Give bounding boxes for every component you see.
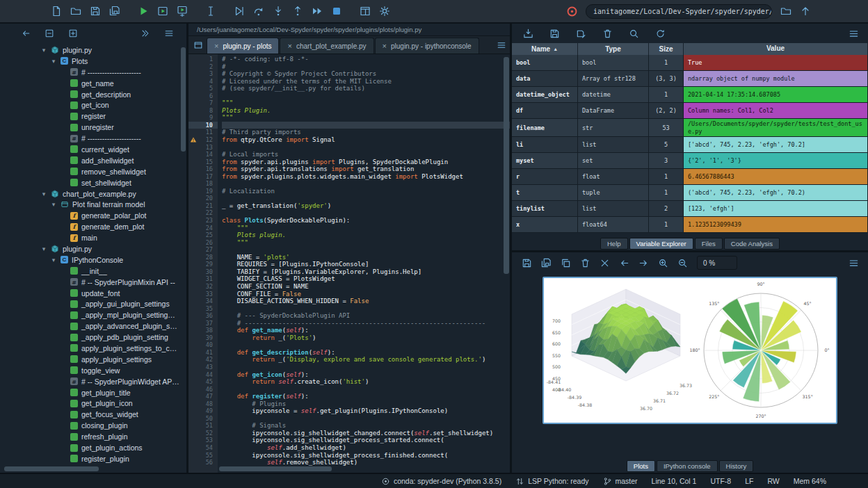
collapse-all-icon[interactable] <box>42 26 57 41</box>
outline-item[interactable]: ▾chart_plot_example.py <box>0 188 186 200</box>
column-header-value[interactable]: Value <box>684 43 868 55</box>
editor-horizontal-scrollbar[interactable] <box>219 466 500 471</box>
outline-vertical-scrollbar[interactable] <box>181 46 186 463</box>
outline-item[interactable]: fgenerate_dem_plot <box>0 221 186 232</box>
save-all-plots-icon[interactable] <box>538 255 554 270</box>
import-data-icon[interactable] <box>520 26 536 41</box>
open-directory-button[interactable] <box>777 3 794 20</box>
table-row[interactable]: dfDataFrame(2, 2)Column names: Col1, Col… <box>512 103 868 119</box>
search-variable-icon[interactable] <box>626 26 641 41</box>
outline-item[interactable]: get_description <box>0 89 186 100</box>
chevron-down-icon[interactable]: ▾ <box>40 245 47 252</box>
table-row[interactable]: boolbool1True <box>512 55 868 71</box>
status-eol[interactable]: LF <box>745 477 753 485</box>
outline-item[interactable]: unregister <box>0 122 186 133</box>
tab-files[interactable]: Files <box>695 238 723 250</box>
outline-item[interactable]: get_focus_widget <box>0 409 186 420</box>
tab-plots[interactable]: Plots <box>627 460 655 472</box>
outline-item[interactable]: register_plugin <box>0 453 186 464</box>
remove-all-plots-icon[interactable] <box>597 255 612 270</box>
outline-item[interactable]: get_name <box>0 78 186 89</box>
tab-options-menu-icon[interactable] <box>493 37 510 54</box>
outline-item[interactable]: fgenerate_polar_plot <box>0 210 186 221</box>
outline-item[interactable]: ▾CIPythonConsole <box>0 254 186 266</box>
outline-item[interactable]: get_plugin_actions <box>0 442 186 453</box>
tab-ipython-console[interactable]: IPython console <box>657 460 718 472</box>
chevron-down-icon[interactable]: ▾ <box>40 190 47 197</box>
outline-item[interactable]: _apply_gui_plugin_settings <box>0 298 186 309</box>
tab-history[interactable]: History <box>719 460 754 472</box>
remove-plot-icon[interactable] <box>577 255 593 270</box>
run-file-button[interactable] <box>134 3 152 20</box>
outline-item[interactable]: refresh_plugin <box>0 431 186 442</box>
run-cell-button[interactable] <box>154 3 171 20</box>
column-header-size[interactable]: Size <box>649 43 684 55</box>
outline-item[interactable]: closing_plugin <box>0 420 186 431</box>
table-row[interactable]: xfloat6411.1235123099439 <box>512 217 868 233</box>
scrollbar-thumb[interactable] <box>181 47 186 152</box>
editor-tab[interactable]: ×plugin.py - plots <box>207 38 279 54</box>
status-memory[interactable]: Mem 64% <box>794 477 826 485</box>
save-file-button[interactable] <box>86 3 104 20</box>
maximize-pane-button[interactable] <box>356 3 373 20</box>
save-data-as-icon[interactable] <box>573 26 588 41</box>
status-encoding[interactable]: UTF-8 <box>710 477 731 485</box>
table-row[interactable]: dataArray of str128(3, 3)ndarray object … <box>512 71 868 87</box>
copy-plot-icon[interactable] <box>558 255 573 270</box>
code-area[interactable]: 1234567891011121314151617181920212223242… <box>188 54 510 473</box>
outline-item[interactable]: get_plugin_title <box>0 387 186 398</box>
outline-item[interactable]: _apply_advanced_plugin_s… <box>0 320 186 332</box>
previous-plot-icon[interactable] <box>616 255 632 270</box>
column-header-type[interactable]: Type <box>578 43 649 55</box>
table-row[interactable]: mysetset3{'2', '1', '3'} <box>512 153 868 169</box>
stop-button[interactable] <box>328 3 345 20</box>
outline-item[interactable]: ## ---------------------- <box>0 67 186 78</box>
outline-item[interactable]: ▾plugin.py <box>0 243 186 254</box>
step-out-button[interactable] <box>289 3 306 20</box>
continue-execution-button[interactable] <box>308 3 326 20</box>
outline-item[interactable]: _apply_mpl_plugin_setting… <box>0 309 186 320</box>
outline-item[interactable]: ▾CPlots <box>0 56 186 67</box>
outline-item[interactable]: apply_plugin_settings_to_c… <box>0 343 186 354</box>
zoom-out-icon[interactable] <box>675 255 690 270</box>
working-directory-input[interactable]: ianitagomez/Local/Dev-Spyder/spyder/spyd… <box>586 4 772 19</box>
zoom-in-icon[interactable] <box>655 255 670 270</box>
matplotlib-figure[interactable]: -84.41-84.40-84.39-84.3836.7036.7136.723… <box>542 277 837 424</box>
tab-variable-explorer[interactable]: Variable Explorer <box>629 238 693 250</box>
scrollbar-thumb[interactable] <box>4 466 99 471</box>
table-row[interactable]: filenamestr53/Users/Documents/spyder/spy… <box>512 119 868 137</box>
options-menu-icon[interactable] <box>846 255 861 270</box>
refresh-variables-icon[interactable] <box>652 26 668 41</box>
status-git-branch[interactable]: master <box>603 477 638 486</box>
save-all-button[interactable] <box>106 3 123 20</box>
step-over-button[interactable] <box>250 3 267 20</box>
outline-item[interactable]: current_widget <box>0 144 186 155</box>
options-menu-icon[interactable] <box>161 26 177 41</box>
browse-tabs-icon[interactable] <box>190 37 207 54</box>
status-cursor-position[interactable]: Line 10, Col 1 <box>652 477 697 485</box>
column-header-name[interactable]: Name▲ <box>512 43 578 55</box>
outline-item[interactable]: get_plugin_icon <box>0 398 186 409</box>
double-chevron-icon[interactable] <box>138 26 153 41</box>
close-tab-icon[interactable]: × <box>383 42 387 50</box>
outline-item[interactable]: toggle_view <box>0 365 186 376</box>
outline-item[interactable]: __init__ <box>0 266 186 277</box>
preferences-button[interactable] <box>376 3 393 20</box>
outline-item[interactable]: update_font <box>0 288 186 299</box>
scrollbar-thumb[interactable] <box>504 57 509 274</box>
table-row[interactable]: tinylistlist2[123, 'efgh'] <box>512 201 868 217</box>
editor-tab[interactable]: ×chart_plot_example.py <box>280 38 373 54</box>
outline-item[interactable]: add_shellwidget <box>0 155 186 166</box>
chevron-down-icon[interactable]: ▾ <box>50 58 57 65</box>
editor-gutter[interactable]: 1234567891011121314151617181920212223242… <box>188 54 218 473</box>
scrollbar-thumb[interactable] <box>219 466 332 471</box>
tab-help[interactable]: Help <box>600 238 628 250</box>
chevron-down-icon[interactable]: ▾ <box>50 201 57 208</box>
next-plot-icon[interactable] <box>636 255 651 270</box>
save-data-icon[interactable] <box>547 26 562 41</box>
outline-item[interactable]: ▾Plot final terrain model <box>0 199 186 210</box>
table-row[interactable]: datetime_objectdatetime12021-04-14 17:35… <box>512 87 868 103</box>
expand-all-icon[interactable] <box>65 26 81 41</box>
outline-item[interactable]: set_shellwidget <box>0 177 186 188</box>
outline-item[interactable]: remove_shellwidget <box>0 166 186 177</box>
